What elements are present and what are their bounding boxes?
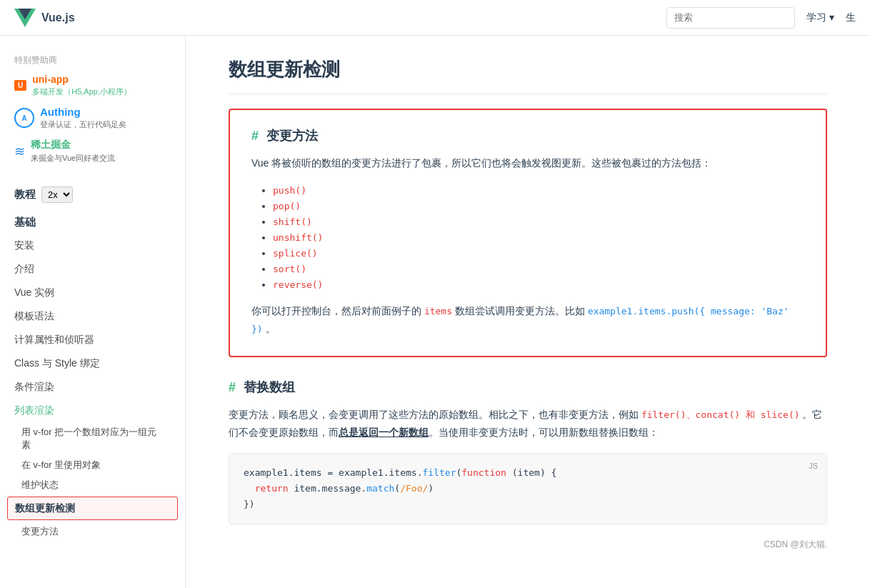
nav-item-install[interactable]: 安装 [0, 234, 185, 257]
heading2-hash: # [229, 380, 236, 394]
logo-text: Vue.js [41, 11, 75, 24]
tutorial-section: 教程 2x 3x [0, 179, 185, 210]
layout: 特别赞助商 U uni-app 多端开发（H5,App,小程序） A Authi… [0, 36, 870, 588]
code-block: JS example1.items = example1.items.filte… [229, 453, 827, 524]
sponsor-xitu[interactable]: ≋ 稀土掘金 来掘金与Vue同好者交流 [14, 139, 171, 164]
items-keyword: items [424, 306, 452, 317]
xitu-logo-icon: ≋ [14, 144, 25, 159]
vue-logo-icon [14, 7, 36, 29]
uniapp-name: uni-app [32, 74, 69, 85]
method-shift: shift() [273, 214, 804, 229]
header-right: 学习 ▾ 生 [666, 7, 856, 29]
method-pop: pop() [273, 198, 804, 214]
mutation-methods-heading: # 变更方法 [251, 127, 804, 144]
method-reverse: reverse() [273, 276, 804, 292]
method-splice: splice() [273, 245, 804, 261]
non-mutation-methods: filter()、concat() 和 slice() [641, 409, 800, 420]
nav-item-conditional[interactable]: 条件渲染 [0, 375, 185, 399]
code-line-1: example1.items = example1.items.filter(f… [244, 465, 812, 481]
nav-item-instance[interactable]: Vue 实例 [0, 281, 185, 304]
methods-list: push() pop() shift() unshift() splice() … [251, 182, 804, 292]
sidebar: 特别赞助商 U uni-app 多端开发（H5,App,小程序） A Authi… [0, 36, 186, 588]
nav-extra[interactable]: 生 [846, 11, 856, 24]
uniapp-logo-badge: U [14, 80, 26, 91]
nav-learn[interactable]: 学习 ▾ [806, 11, 834, 24]
header: Vue.js 学习 ▾ 生 [0, 0, 870, 36]
method-push: push() [273, 182, 804, 198]
nav-item-array-update[interactable]: 数组更新检测 [7, 497, 178, 520]
nav-item-template[interactable]: 模板语法 [0, 304, 185, 328]
always-new-array: 总是返回一个新数组 [339, 427, 429, 438]
sponsor-authing[interactable]: A Authing 登录认证，五行代码足矣 [14, 106, 171, 130]
authing-name: Authing [40, 106, 81, 118]
example-code: example1.items.push({ message: 'Baz' }) [251, 306, 789, 334]
nav-item-class-style[interactable]: Class 与 Style 绑定 [0, 352, 185, 375]
nav-section-basics: 基础 安装 介绍 Vue 实例 模板语法 计算属性和侦听器 Class 与 St… [0, 210, 185, 542]
nav-sub-vfor-array[interactable]: 用 v-for 把一个数组对应为一组元素 [0, 422, 185, 455]
mutation-methods-intro: Vue 将被侦听的数组的变更方法进行了包裹，所以它们也将会触发视图更新。这些被包… [251, 154, 804, 172]
authing-logo-icon: A [14, 108, 34, 128]
replace-array-text: 变更方法，顾名思义，会变更调用了这些方法的原始数组。相比之下，也有非变更方法，例… [229, 406, 827, 442]
uniapp-sub: 多端开发（H5,App,小程序） [32, 86, 131, 97]
code-lang-badge: JS [809, 459, 818, 473]
bottom-note: 你可以打开控制台，然后对前面例子的 items 数组尝试调用变更方法。比如 ex… [251, 302, 804, 338]
sponsor-section: 特别赞助商 U uni-app 多端开发（H5,App,小程序） A Authi… [0, 47, 185, 179]
nav-sub-maintain-state[interactable]: 维护状态 [0, 475, 185, 495]
version-select[interactable]: 2x 3x [41, 186, 73, 203]
replace-array-heading: # 替换数组 [229, 379, 827, 396]
mutation-methods-title: 变更方法 [266, 129, 318, 143]
replace-array-title: 替换数组 [244, 380, 295, 394]
mutation-methods-section: # 变更方法 Vue 将被侦听的数组的变更方法进行了包裹，所以它们也将会触发视图… [229, 109, 827, 357]
main-content: 数组更新检测 # 变更方法 Vue 将被侦听的数组的变更方法进行了包裹，所以它们… [186, 36, 870, 588]
nav-sub-vfor-object[interactable]: 在 v-for 里使用对象 [0, 455, 185, 475]
sponsor-label: 特别赞助商 [14, 54, 171, 66]
tutorial-label: 教程 [14, 188, 36, 201]
xitu-sub: 来掘金与Vue同好者交流 [31, 153, 115, 164]
heading-hash: # [251, 129, 259, 143]
nav-item-computed[interactable]: 计算属性和侦听器 [0, 328, 185, 352]
search-input[interactable] [666, 7, 795, 29]
authing-sub: 登录认证，五行代码足矣 [40, 119, 126, 130]
xitu-name: 稀土掘金 [31, 139, 71, 150]
sponsor-uniapp[interactable]: U uni-app 多端开发（H5,App,小程序） [14, 74, 171, 97]
replace-array-section: # 替换数组 变更方法，顾名思义，会变更调用了这些方法的原始数组。相比之下，也有… [229, 379, 827, 525]
code-line-2: return item.message.match(/Foo/) [244, 481, 812, 497]
code-line-3: }) [244, 497, 812, 512]
nav-sub-mutation-methods[interactable]: 变更方法 [0, 522, 185, 542]
method-unshift: unshift() [273, 229, 804, 245]
logo[interactable]: Vue.js [14, 7, 75, 29]
footer-credit: CSDN @刘大猫. [229, 539, 827, 551]
nav-section-title: 基础 [0, 210, 185, 234]
nav-item-list-render[interactable]: 列表渲染 [0, 399, 185, 422]
method-sort: sort() [273, 261, 804, 276]
page-title: 数组更新检测 [229, 57, 827, 94]
nav-item-intro[interactable]: 介绍 [0, 257, 185, 281]
